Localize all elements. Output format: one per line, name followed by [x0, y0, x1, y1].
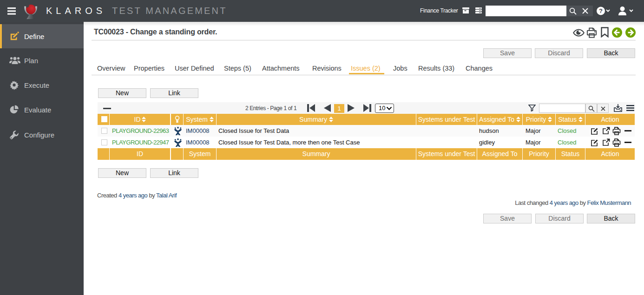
svg-text:?: ?: [599, 7, 603, 14]
